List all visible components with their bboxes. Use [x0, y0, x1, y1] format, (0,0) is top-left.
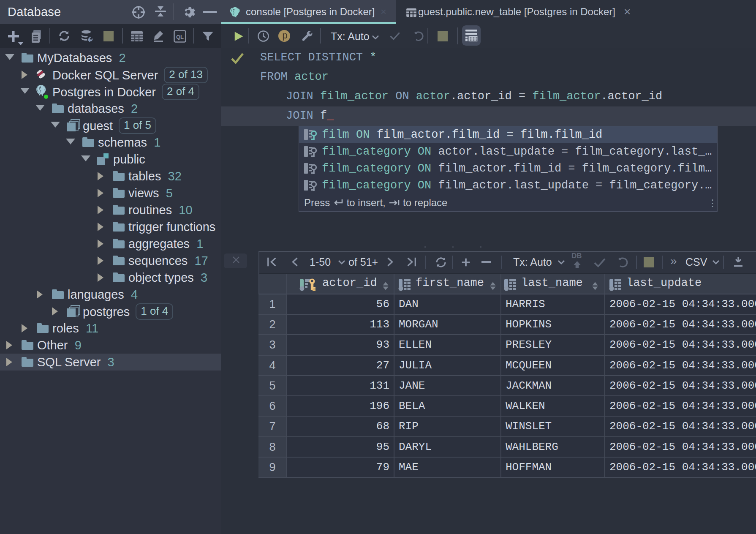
- svg-text:QL: QL: [176, 34, 184, 40]
